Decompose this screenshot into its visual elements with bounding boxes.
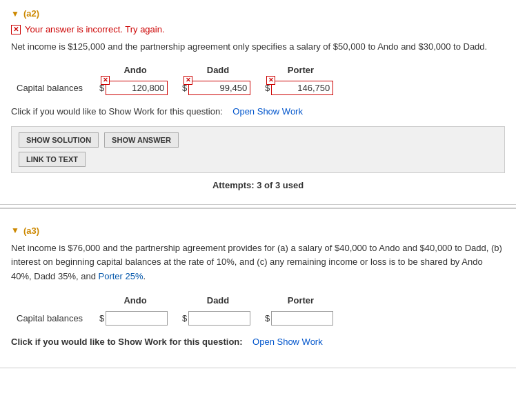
a3-description: Net income is $76,000 and the partnershi…	[11, 241, 505, 284]
chevron-icon-a3: ▼	[11, 226, 19, 235]
a3-row-label: Capital balances	[11, 308, 94, 328]
section-a3: ▼ (a3) Net income is $76,000 and the par…	[0, 217, 516, 368]
a2-dadd-cell: $ ✕	[177, 78, 259, 98]
a2-show-work-link[interactable]: Open Show Work	[232, 106, 303, 117]
chevron-icon-a2: ▼	[11, 9, 19, 19]
a2-row-label: Capital balances	[11, 78, 94, 98]
a2-dadd-input[interactable]	[188, 81, 250, 95]
a2-show-work-row: Click if you would like to Show Work for…	[11, 106, 505, 117]
a2-ando-error-icon: ✕	[101, 76, 110, 85]
a2-show-solution-button[interactable]: SHOW SOLUTION	[19, 132, 99, 148]
a3-show-work-row: Click if you would like to Show Work for…	[11, 337, 505, 347]
a2-capital-balances-row: Capital balances $ ✕ $	[11, 78, 342, 98]
a2-description: Net income is $125,000 and the partnersh…	[11, 40, 505, 54]
a2-ando-input-cell: $ ✕	[99, 81, 171, 95]
a2-header: ▼ (a2)	[11, 8, 505, 19]
a3-col-porter: Porter	[259, 292, 342, 308]
a2-table: Ando Dadd Porter Capital balances $ ✕	[11, 62, 342, 98]
a2-table-container: Ando Dadd Porter Capital balances $ ✕	[11, 62, 505, 98]
a2-buttons-area: SHOW SOLUTION SHOW ANSWER LINK TO TEXT	[11, 126, 505, 173]
a2-error-row: ✕ Your answer is incorrect. Try again.	[11, 24, 505, 34]
a3-show-work-prompt: Click if you would like to Show Work for…	[11, 337, 243, 347]
a2-btn-row-1: SHOW SOLUTION SHOW ANSWER	[19, 132, 497, 148]
a3-show-work-link[interactable]: Open Show Work	[252, 337, 323, 347]
a2-ando-cell: $ ✕	[94, 78, 177, 98]
a3-ando-input[interactable]	[106, 311, 168, 326]
a3-porter-dollar: $	[265, 313, 270, 323]
a3-col-ando: Ando	[94, 292, 177, 308]
a3-dadd-dollar: $	[182, 313, 187, 323]
a2-btn-row-2: LINK TO TEXT	[19, 152, 497, 167]
a3-id: (a3)	[23, 226, 39, 236]
a2-ando-wrapper: ✕	[106, 81, 168, 95]
a2-attempts: Attempts: 3 of 3 used	[11, 180, 505, 190]
a3-ando-input-cell: $	[99, 311, 171, 326]
a3-capital-balances-row: Capital balances $ $	[11, 308, 342, 328]
a3-dadd-input[interactable]	[188, 311, 250, 326]
a3-ando-cell: $	[94, 308, 177, 328]
a3-porter-cell: $	[259, 308, 342, 328]
a2-porter-wrapper: ✕	[271, 81, 333, 95]
a3-ando-dollar: $	[99, 313, 104, 323]
a3-dadd-wrapper	[188, 311, 250, 326]
a2-show-work-prompt: Click if you would like to Show Work for…	[11, 106, 223, 117]
a3-header: ▼ (a3)	[11, 226, 505, 236]
error-x-icon-a2: ✕	[11, 25, 21, 34]
a2-porter-input-cell: $ ✕	[265, 81, 337, 95]
a3-col-label-empty	[11, 292, 94, 308]
a2-dadd-wrapper: ✕	[188, 81, 250, 95]
a2-show-answer-button[interactable]: SHOW ANSWER	[104, 132, 179, 148]
a3-table-container: Ando Dadd Porter Capital balances $	[11, 292, 505, 328]
a3-porter-wrapper	[271, 311, 333, 326]
a3-porter-input[interactable]	[271, 311, 333, 326]
section-divider	[0, 208, 516, 209]
a3-table: Ando Dadd Porter Capital balances $	[11, 292, 342, 328]
a2-error-message: Your answer is incorrect. Try again.	[25, 24, 165, 34]
a3-porter-input-cell: $	[265, 311, 337, 326]
a2-ando-input[interactable]	[106, 81, 168, 95]
a3-blue-text: Porter 25%	[98, 271, 143, 281]
a2-id: (a2)	[23, 8, 39, 19]
a2-porter-error-icon: ✕	[266, 76, 275, 85]
a2-porter-input[interactable]	[271, 81, 333, 95]
a2-porter-cell: $ ✕	[259, 78, 342, 98]
a3-dadd-cell: $	[177, 308, 259, 328]
a3-col-dadd: Dadd	[177, 292, 259, 308]
a2-dadd-error-icon: ✕	[183, 76, 192, 85]
section-a2: ▼ (a2) ✕ Your answer is incorrect. Try a…	[0, 0, 516, 205]
a3-dadd-input-cell: $	[182, 311, 254, 326]
a2-col-label-empty	[11, 62, 94, 78]
a2-link-to-text-button[interactable]: LINK TO TEXT	[19, 152, 86, 167]
a3-ando-wrapper	[106, 311, 168, 326]
a2-dadd-input-cell: $ ✕	[182, 81, 254, 95]
